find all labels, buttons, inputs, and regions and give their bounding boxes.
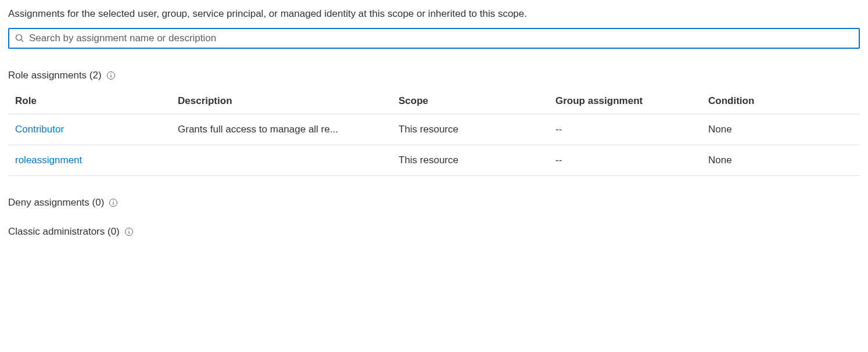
- column-header-role[interactable]: Role: [8, 89, 171, 114]
- svg-point-7: [113, 200, 114, 201]
- column-header-condition[interactable]: Condition: [701, 89, 860, 114]
- svg-point-4: [110, 73, 111, 74]
- column-header-description[interactable]: Description: [171, 89, 392, 114]
- role-assignments-header: Role assignments (2): [8, 70, 860, 81]
- svg-line-1: [21, 39, 23, 42]
- cell-scope: This resource: [392, 145, 548, 176]
- classic-administrators-header: Classic administrators (0): [8, 226, 860, 238]
- search-input[interactable]: [29, 33, 853, 44]
- svg-point-0: [16, 35, 22, 41]
- cell-description: [171, 145, 392, 176]
- deny-assignments-header: Deny assignments (0): [8, 197, 860, 209]
- cell-group-assignment: --: [548, 114, 701, 145]
- table-row: Contributor Grants full access to manage…: [8, 114, 860, 145]
- column-header-scope[interactable]: Scope: [392, 89, 548, 114]
- search-icon: [15, 34, 24, 43]
- role-link[interactable]: roleassignment: [15, 155, 82, 166]
- search-box[interactable]: [8, 28, 860, 49]
- role-link[interactable]: Contributor: [15, 124, 64, 135]
- svg-point-10: [128, 229, 129, 230]
- cell-group-assignment: --: [548, 145, 701, 176]
- table-row: roleassignment This resource -- None: [8, 145, 860, 176]
- info-icon[interactable]: [109, 198, 118, 207]
- table-header-row: Role Description Scope Group assignment …: [8, 89, 860, 114]
- info-icon[interactable]: [106, 71, 116, 80]
- cell-condition: None: [701, 145, 860, 176]
- deny-assignments-title: Deny assignments (0): [8, 197, 104, 209]
- info-icon[interactable]: [124, 227, 134, 236]
- column-header-group-assignment[interactable]: Group assignment: [548, 89, 701, 114]
- role-assignments-title: Role assignments (2): [8, 70, 102, 81]
- page-description: Assignments for the selected user, group…: [8, 8, 860, 20]
- role-assignments-table: Role Description Scope Group assignment …: [8, 89, 860, 176]
- classic-administrators-title: Classic administrators (0): [8, 226, 120, 238]
- cell-description: Grants full access to manage all re...: [171, 114, 392, 145]
- cell-scope: This resource: [392, 114, 548, 145]
- cell-condition: None: [701, 114, 860, 145]
